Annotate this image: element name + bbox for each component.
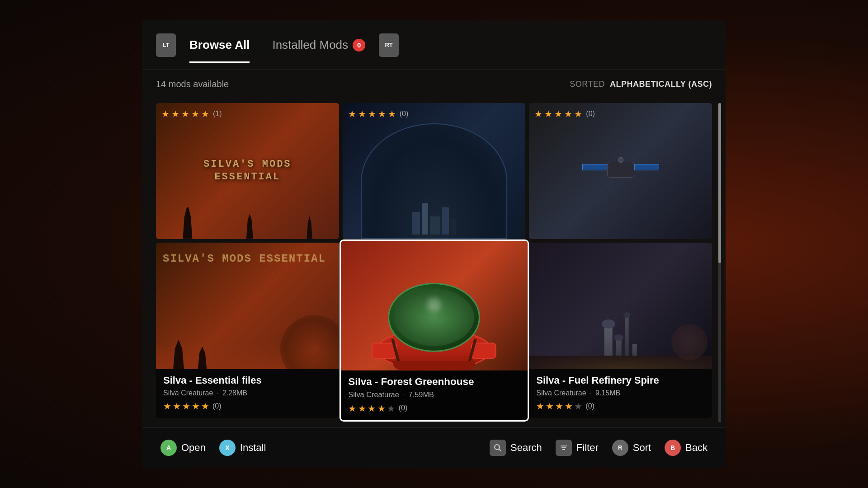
search-label: Search xyxy=(510,442,542,454)
mod-title-essential: Silva - Essential files xyxy=(163,375,332,386)
mod-card-refinery-top: ★ ★ ★ ★ ★ (0) xyxy=(529,103,712,239)
silhouette-3 xyxy=(304,216,315,239)
silhouettes xyxy=(156,203,339,239)
mod-card-top-essential-2: SILVA'S MODS ESSENTIAL xyxy=(156,243,339,370)
city-buildings xyxy=(412,203,456,235)
tab-bar: LT Browse All Installed Mods 0 RT xyxy=(142,20,726,70)
sort-label: SORTED ALPHABETICALLY (ASC) xyxy=(570,80,712,89)
a-button: A xyxy=(160,440,177,456)
svg-line-1 xyxy=(499,449,501,451)
back-action[interactable]: B Back xyxy=(665,440,708,456)
scrollbar-thumb xyxy=(718,103,721,263)
mod-stars-essential: ★ ★ ★ ★ ★ (0) xyxy=(163,401,332,412)
sort-action[interactable]: R Sort xyxy=(612,440,651,456)
mods-count-label: 14 mods available xyxy=(156,79,229,89)
mod-card-greenhouse-focused[interactable]: Silva - Forest Greenhouse Silva Creatura… xyxy=(341,241,528,420)
mod-stars-greenhouse: ★ ★ ★ ★ ★ (0) xyxy=(348,402,520,413)
mod-title-refinery: Silva - Fuel Refinery Spire xyxy=(536,375,705,386)
mod-card-greenhouse-top: ★ ★ ★ ★ ★ (0) xyxy=(343,103,526,239)
greenhouse-pod xyxy=(369,268,499,370)
mod-card-info-refinery: Silva - Fuel Refinery Spire Silva Creatu… xyxy=(529,369,712,418)
mod-review-greenhouse: (0) xyxy=(398,404,407,412)
mod-card-top-essential: ★ ★ ★ ★ ★ (1) SILVA'S MODSESSENTIAL xyxy=(156,103,339,239)
bottom-bar: A Open X Install Search xyxy=(142,427,726,468)
bottom-silhouettes xyxy=(170,340,210,369)
left-bumper-button[interactable]: LT xyxy=(156,33,176,57)
r-button: R xyxy=(612,440,628,456)
install-action[interactable]: X Install xyxy=(219,440,266,456)
filter-button-icon xyxy=(556,440,572,456)
mod-card-essential-info[interactable]: SILVA'S MODS ESSENTIAL Silva - Essential… xyxy=(156,243,339,418)
tab-installed-mods[interactable]: Installed Mods 0 xyxy=(263,33,374,56)
open-action[interactable]: A Open xyxy=(160,440,206,456)
mod-card-info-greenhouse: Silva - Forest Greenhouse Silva Creatura… xyxy=(341,370,528,420)
essential-text-2: SILVA'S MODS ESSENTIAL xyxy=(163,252,332,266)
install-label: Install xyxy=(240,442,266,454)
mod-size-refinery: 9.15MB xyxy=(595,389,620,397)
mod-card-essential[interactable]: ★ ★ ★ ★ ★ (1) SILVA'S MODSESSENTIAL xyxy=(156,103,339,239)
satellite-scene xyxy=(529,103,712,239)
x-button: X xyxy=(219,440,236,456)
scrollbar[interactable] xyxy=(718,103,721,422)
sort-value: ALPHABETICALLY (ASC) xyxy=(610,80,712,89)
search-action[interactable]: Search xyxy=(490,440,542,456)
right-bumper-button[interactable]: RT xyxy=(379,33,399,57)
bottom-right-actions: Search Filter R Sort xyxy=(490,440,708,456)
mod-size-greenhouse: 7.59MB xyxy=(408,390,434,399)
satellite-head xyxy=(618,157,623,163)
mod-card-info-essential: Silva - Essential files Silva Creaturae … xyxy=(156,369,339,418)
sort-label: Sort xyxy=(633,442,651,454)
pod-dome xyxy=(388,282,480,352)
filter-action[interactable]: Filter xyxy=(556,440,599,456)
mod-size-essential: 2.28MB xyxy=(222,389,247,397)
mod-card-top-greenhouse: ★ ★ ★ ★ ★ (0) xyxy=(343,103,526,239)
satellite-panel-left xyxy=(582,164,607,170)
mod-card-top-greenhouse-focused xyxy=(341,241,528,370)
mod-stars-refinery: ★ ★ ★ ★ ★ (0) xyxy=(536,401,705,412)
refinery-scene xyxy=(529,243,712,370)
silhouette-1 xyxy=(179,207,195,239)
bottom-left-actions: A Open X Install xyxy=(160,440,266,456)
mod-meta-greenhouse: Silva Creaturae · 7.59MB xyxy=(348,390,520,399)
mod-review-refinery: (0) xyxy=(585,402,594,410)
mod-card-top-refinery-info xyxy=(529,243,712,370)
silhouette-2 xyxy=(243,214,256,239)
subtitle-bar: 14 mods available SORTED ALPHABETICALLY … xyxy=(142,70,726,99)
mod-review-essential: (0) xyxy=(212,402,222,410)
pod-bottom xyxy=(392,361,476,370)
mod-author-refinery: Silva Creaturae xyxy=(536,389,586,397)
essential-bg: SILVA'S MODS ESSENTIAL xyxy=(156,243,339,370)
mod-title-greenhouse: Silva - Forest Greenhouse xyxy=(348,375,520,388)
city-dome-scene xyxy=(343,103,526,239)
essential-text: SILVA'S MODSESSENTIAL xyxy=(203,158,291,184)
open-label: Open xyxy=(181,442,206,454)
essential-scene: SILVA'S MODSESSENTIAL xyxy=(156,103,339,239)
mod-author-essential: Silva Creaturae xyxy=(163,389,213,397)
mod-author-greenhouse: Silva Creaturae xyxy=(348,390,399,399)
satellite-body xyxy=(607,162,634,178)
b-button: B xyxy=(665,440,681,456)
satellite-body-outer xyxy=(598,157,643,184)
tab-browse-all[interactable]: Browse All xyxy=(180,33,259,56)
mod-card-top-refinery: ★ ★ ★ ★ ★ (0) xyxy=(529,103,712,239)
filter-label: Filter xyxy=(576,442,599,454)
installed-mods-badge: 0 xyxy=(353,39,365,52)
mods-area: ★ ★ ★ ★ ★ (1) SILVA'S MODSESSENTIAL xyxy=(142,99,726,427)
mod-meta-essential: Silva Creaturae · 2.28MB xyxy=(163,389,332,397)
mod-meta-refinery: Silva Creaturae · 9.15MB xyxy=(536,389,705,397)
search-button-icon xyxy=(490,440,506,456)
mods-grid: ★ ★ ★ ★ ★ (1) SILVA'S MODSESSENTIAL xyxy=(156,103,712,418)
mod-card-refinery-info[interactable]: Silva - Fuel Refinery Spire Silva Creatu… xyxy=(529,243,712,418)
greenhouse-scene xyxy=(341,241,528,370)
satellite-panel-right xyxy=(634,164,659,170)
main-window: LT Browse All Installed Mods 0 RT 14 mod… xyxy=(142,20,726,468)
back-label: Back xyxy=(685,442,708,454)
